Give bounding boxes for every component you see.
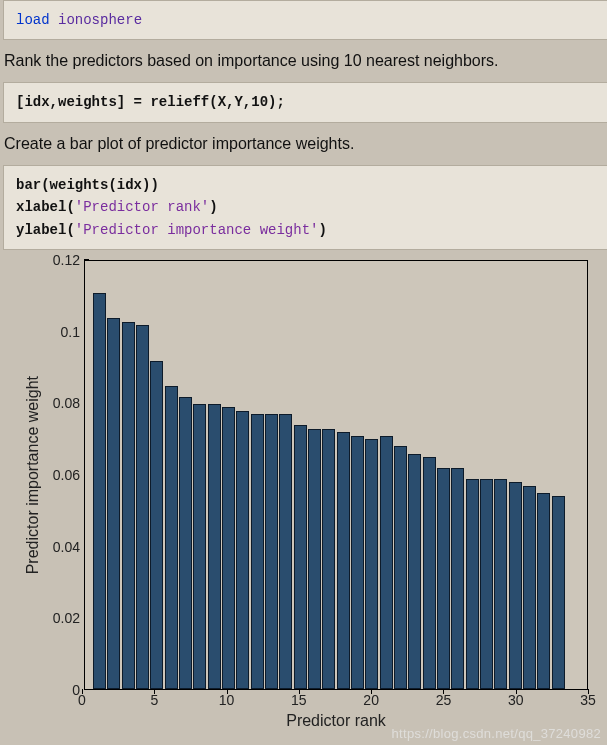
chart-bar [251,414,264,689]
code-line: load ionosphere [16,9,595,31]
chart-xtick: 20 [363,692,379,708]
chart-xtick: 15 [291,692,307,708]
chart-xtick: 30 [508,692,524,708]
chart-bar [294,425,307,689]
chart-bar [423,457,436,689]
code-line: ylabel('Predictor importance weight') [16,219,595,241]
code-line: xlabel('Predictor rank') [16,196,595,218]
chart-bar [509,482,522,689]
prose-barplot: Create a bar plot of predictor importanc… [4,135,603,153]
chart-bar [337,432,350,689]
watermark: https://blog.csdn.net/qq_37240982 [392,726,601,741]
code-block-load: load ionosphere [3,0,607,40]
code-token: [idx,weights] = relieff(X,Y,10); [16,94,285,110]
chart: Predictor importance weight 00.020.040.0… [20,260,590,730]
chart-ytick: 0.08 [53,395,80,411]
chart-bar [165,386,178,689]
chart-bar [437,468,450,689]
chart-bar [537,493,550,689]
chart-bar [193,404,206,689]
chart-ylabel: Predictor importance weight [20,376,42,574]
chart-ytick: 0.02 [53,610,80,626]
chart-bar [523,486,536,689]
chart-ytick: 0.12 [53,252,80,268]
chart-bar [466,479,479,689]
code-token: ionosphere [58,12,142,28]
chart-bar [480,479,493,689]
prose-rank: Rank the predictors based on importance … [4,52,603,70]
code-token: load [16,12,58,28]
code-token: ) [318,222,326,238]
chart-bar [351,436,364,689]
chart-bar [265,414,278,689]
code-token: ) [209,199,217,215]
chart-xtick: 35 [580,692,596,708]
chart-xtick: 5 [150,692,158,708]
chart-bar [380,436,393,689]
code-token: xlabel( [16,199,75,215]
chart-bar [122,322,135,689]
chart-ytick: 0.06 [53,467,80,483]
chart-bar [136,325,149,689]
chart-bar [236,411,249,689]
chart-bar [222,407,235,689]
chart-bar [93,293,106,689]
code-line: bar(weights(idx)) [16,174,595,196]
code-token: 'Predictor importance weight' [75,222,319,238]
chart-ytick: 0.04 [53,539,80,555]
code-block-relieff: [idx,weights] = relieff(X,Y,10); [3,82,607,122]
code-block-plot: bar(weights(idx))xlabel('Predictor rank'… [3,165,607,250]
chart-bar [308,429,321,689]
chart-bar [552,496,565,689]
code-token: 'Predictor rank' [75,199,209,215]
code-token: ylabel( [16,222,75,238]
chart-bar [208,404,221,689]
chart-bar [179,397,192,689]
chart-bar [365,439,378,689]
code-line: [idx,weights] = relieff(X,Y,10); [16,91,595,113]
chart-bar [150,361,163,689]
chart-xtick: 25 [436,692,452,708]
chart-bar [494,479,507,689]
chart-bar [322,429,335,689]
chart-bar [394,446,407,689]
chart-xtick: 0 [78,692,86,708]
chart-bar [408,454,421,689]
chart-bar [451,468,464,689]
chart-xtick: 10 [219,692,235,708]
chart-ytick: 0.1 [61,324,80,340]
chart-xaxis: 05101520253035 [82,690,588,710]
chart-plot-area [84,260,588,690]
chart-bar [107,318,120,689]
code-token: bar(weights(idx)) [16,177,159,193]
chart-bar [279,414,292,689]
chart-yaxis: 00.020.040.060.080.10.12 [42,260,84,690]
